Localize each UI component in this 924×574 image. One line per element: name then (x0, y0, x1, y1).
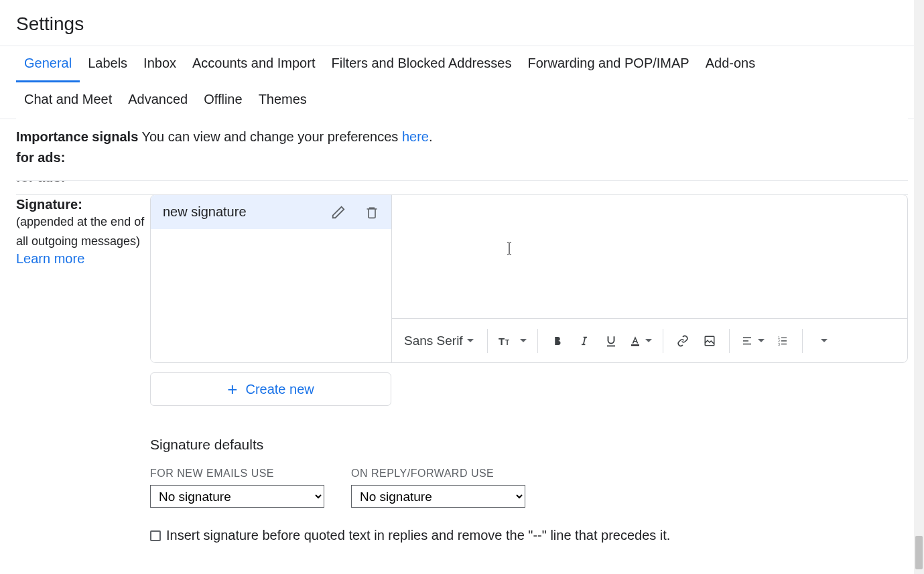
signature-format-toolbar: Sans Serif TT (392, 318, 907, 362)
chevron-down-icon (520, 339, 527, 342)
create-new-signature-button[interactable]: + Create new (150, 372, 391, 406)
importance-text-prefix: You can view and change your preferences (141, 129, 401, 144)
text-cursor-icon (506, 242, 513, 255)
chevron-down-icon (467, 339, 474, 342)
settings-tabs: General Labels Inbox Accounts and Import… (0, 46, 924, 119)
signature-description: (appended at the end of all outgoing mes… (16, 212, 150, 251)
on-reply-forward-select[interactable]: No signature (351, 485, 525, 508)
svg-line-4 (583, 337, 585, 344)
underline-button[interactable] (600, 329, 622, 353)
signature-defaults-title: Signature defaults (150, 437, 908, 453)
importance-text-suffix: . (429, 129, 433, 144)
italic-button[interactable] (573, 329, 596, 353)
font-family-label: Sans Serif (404, 334, 463, 348)
importance-link-here[interactable]: here (402, 129, 429, 144)
svg-text:T: T (505, 339, 509, 346)
plus-icon: + (227, 379, 237, 400)
on-reply-forward-label: ON REPLY/FORWARD USE (351, 468, 525, 480)
svg-rect-6 (631, 344, 639, 346)
text-color-button[interactable] (626, 329, 655, 353)
insert-signature-text: Insert signature before quoted text in r… (166, 528, 670, 543)
signature-list: new signature (151, 195, 392, 362)
insert-image-button[interactable] (698, 329, 721, 353)
for-new-emails-select[interactable]: No signature (150, 485, 324, 508)
chevron-down-icon (645, 339, 652, 342)
insert-signature-checkbox[interactable] (150, 530, 161, 541)
delete-icon[interactable] (365, 205, 379, 220)
numbered-list-button[interactable]: 123 (771, 329, 794, 353)
signature-learn-more-link[interactable]: Learn more (16, 251, 150, 267)
font-size-button[interactable]: TT (496, 329, 529, 353)
tab-inbox[interactable]: Inbox (135, 46, 184, 82)
create-new-label: Create new (245, 382, 314, 397)
signature-label: Signature: (16, 197, 150, 212)
scrollbar[interactable] (914, 0, 924, 570)
more-formatting-button[interactable] (811, 329, 834, 353)
bold-button[interactable] (546, 329, 569, 353)
svg-text:3: 3 (778, 342, 780, 346)
tab-filters-blocked[interactable]: Filters and Blocked Addresses (323, 46, 519, 82)
insert-link-button[interactable] (671, 329, 694, 353)
tab-addons[interactable]: Add-ons (698, 46, 764, 82)
tab-general[interactable]: General (16, 46, 80, 82)
signature-item-name: new signature (163, 204, 331, 220)
page-title: Settings (16, 13, 908, 35)
for-new-emails-label: FOR NEW EMAILS USE (150, 468, 324, 480)
signature-text-editor[interactable] (392, 195, 907, 318)
edit-icon[interactable] (331, 205, 346, 220)
align-button[interactable] (738, 329, 767, 353)
chevron-down-icon (821, 339, 828, 342)
importance-label-2: for ads: (16, 147, 908, 168)
tab-labels[interactable]: Labels (80, 46, 135, 82)
tab-advanced[interactable]: Advanced (120, 82, 196, 119)
tab-offline[interactable]: Offline (196, 82, 250, 119)
svg-text:T: T (499, 336, 505, 347)
tab-accounts-import[interactable]: Accounts and Import (184, 46, 323, 82)
chevron-down-icon (758, 339, 765, 342)
scrollbar-thumb[interactable] (915, 536, 923, 569)
signature-item[interactable]: new signature (151, 195, 391, 229)
tab-forwarding-pop-imap[interactable]: Forwarding and POP/IMAP (520, 46, 698, 82)
importance-label-1: Importance signals (16, 129, 138, 144)
tab-themes[interactable]: Themes (251, 82, 315, 119)
font-family-selector[interactable]: Sans Serif (401, 329, 479, 353)
tab-chat-meet[interactable]: Chat and Meet (16, 82, 120, 119)
